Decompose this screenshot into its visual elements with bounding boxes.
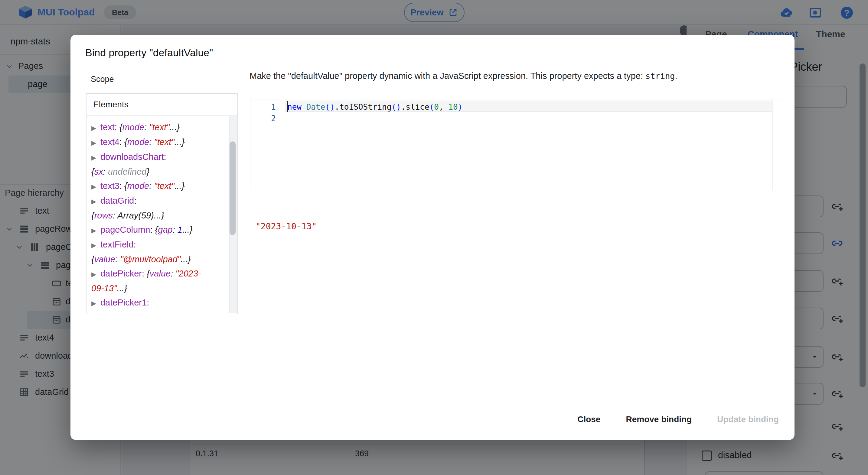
elements-header: Elements [93, 100, 128, 109]
expand-triangle-icon: ▶ [91, 271, 100, 278]
scope-element-item[interactable]: ▶ textField: {value: "@mui/toolpad"...} [91, 238, 224, 267]
scope-element-item[interactable]: ▶ pageColumn: {gap: 1...} [91, 223, 224, 238]
text-cursor [287, 101, 288, 112]
scope-label: Scope [91, 75, 114, 84]
expand-triangle-icon: ▶ [91, 242, 100, 249]
dialog-title: Bind property "defaultValue" [85, 47, 213, 59]
expected-type: string [645, 71, 675, 81]
close-button[interactable]: Close [572, 412, 605, 427]
remove-binding-button[interactable]: Remove binding [621, 412, 696, 427]
update-binding-button[interactable]: Update binding [712, 412, 784, 427]
expand-triangle-icon: ▶ [91, 227, 100, 234]
scope-element-item[interactable]: ▶ downloadsChart: {sx: undefined} [91, 150, 224, 179]
editor-scrollbar-gutter [772, 99, 773, 190]
dialog-description: Make the "defaultValue" property dynamic… [249, 71, 782, 81]
scope-element-item[interactable]: ▶ datePicker: {value: "2023-09-13"...} [91, 267, 224, 296]
line-number: 2 [250, 113, 276, 124]
elements-scrollbar-track[interactable] [229, 116, 237, 313]
scope-element-item[interactable]: ▶ datePicker1: {value: "2023-10-13"...} [91, 296, 224, 314]
line-number: 1 [250, 101, 276, 113]
js-expression-editor[interactable]: 12 new Date().toISOString().slice(0, 10) [250, 99, 783, 190]
divider [87, 115, 238, 116]
scope-explorer: Elements ▶ text: {mode: "text"...}▶ text… [86, 93, 238, 314]
line-numbers: 12 [250, 101, 276, 124]
scope-element-item[interactable]: ▶ text3: {mode: "text"...} [91, 179, 224, 194]
scope-element-item[interactable]: ▶ text4: {mode: "text"...} [91, 135, 224, 150]
dialog-actions: Close Remove binding Update binding [572, 412, 784, 427]
code-line: new Date().toISOString().slice(0, 10) [287, 101, 462, 113]
expand-triangle-icon: ▶ [91, 139, 100, 146]
bind-property-dialog: Bind property "defaultValue" Scope Eleme… [70, 35, 795, 440]
expand-triangle-icon: ▶ [91, 125, 100, 131]
expand-triangle-icon: ▶ [91, 198, 100, 205]
code-line [287, 113, 462, 124]
code-content[interactable]: new Date().toISOString().slice(0, 10) [287, 101, 462, 124]
scope-element-item[interactable]: ▶ text: {mode: "text"...} [91, 120, 224, 135]
mui-toolpad-app: MUI Toolpad Beta Preview ? npm-stats Pag… [0, 0, 868, 475]
elements-scrollbar-thumb[interactable] [229, 141, 236, 235]
expand-triangle-icon: ▶ [91, 183, 100, 190]
expression-result-preview: "2023-10-13" [255, 222, 317, 232]
expand-triangle-icon: ▶ [91, 154, 100, 161]
elements-list: ▶ text: {mode: "text"...}▶ text4: {mode:… [91, 120, 224, 314]
expand-triangle-icon: ▶ [91, 300, 100, 307]
scope-element-item[interactable]: ▶ dataGrid: {rows: Array(59)...} [91, 194, 224, 223]
